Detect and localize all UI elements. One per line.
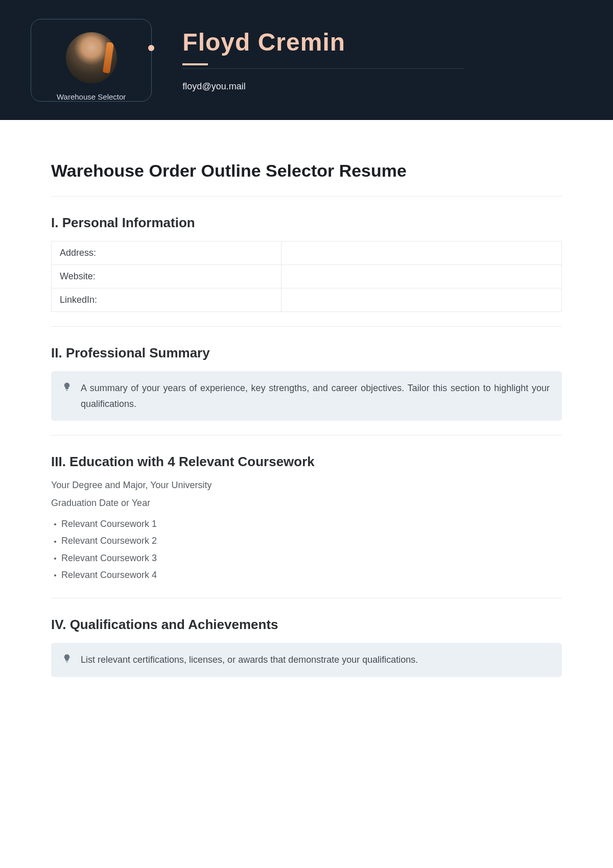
value-cell [281, 265, 561, 288]
list-item: Relevant Coursework 2 [54, 533, 562, 549]
connector-dot [148, 45, 154, 51]
summary-text: A summary of your years of experience, k… [81, 380, 550, 412]
personal-info-table: Address: Website: LinkedIn: [51, 241, 562, 312]
bulb-icon [62, 382, 72, 391]
qualifications-callout: List relevant certifications, licenses, … [51, 643, 562, 677]
bulb-icon [62, 654, 72, 663]
value-cell [281, 242, 561, 265]
degree-text: Your Degree and Major, Your University [51, 480, 562, 491]
person-name: Floyd Cremin [182, 28, 582, 56]
label-cell: Website: [52, 265, 281, 288]
divider [51, 435, 562, 436]
divider [51, 196, 562, 197]
avatar [66, 32, 117, 83]
list-item: Relevant Coursework 1 [54, 516, 562, 533]
resume-body: Warehouse Order Outline Selector Resume … [0, 120, 613, 697]
name-underline [182, 63, 208, 65]
header-text: Floyd Cremin floyd@you.mail [182, 28, 582, 92]
table-row: Website: [52, 265, 562, 288]
label-cell: Address: [52, 242, 281, 265]
divider [51, 598, 562, 598]
table-row: Address: [52, 242, 562, 265]
value-cell [281, 288, 561, 312]
coursework-list: Relevant Coursework 1 Relevant Coursewor… [51, 516, 562, 584]
table-row: LinkedIn: [52, 288, 562, 312]
summary-callout: A summary of your years of experience, k… [51, 371, 562, 421]
section-heading-summary: II. Professional Summary [51, 345, 562, 361]
list-item: Relevant Coursework 4 [54, 567, 562, 584]
section-heading-education: III. Education with 4 Relevant Coursewor… [51, 454, 562, 470]
grad-text: Graduation Date or Year [51, 498, 562, 509]
qualifications-text: List relevant certifications, licenses, … [81, 652, 550, 668]
profile-card: Warehouse Selector [31, 19, 152, 102]
resume-header: Warehouse Selector Floyd Cremin floyd@yo… [0, 0, 613, 120]
section-heading-personal: I. Personal Information [51, 215, 562, 231]
header-divider [182, 68, 463, 69]
list-item: Relevant Coursework 3 [54, 550, 562, 567]
page-title: Warehouse Order Outline Selector Resume [51, 161, 562, 181]
section-heading-qualifications: IV. Qualifications and Achievements [51, 617, 562, 633]
divider [51, 326, 562, 327]
email-text: floyd@you.mail [182, 81, 582, 92]
role-label: Warehouse Selector [52, 92, 131, 101]
label-cell: LinkedIn: [52, 288, 281, 312]
